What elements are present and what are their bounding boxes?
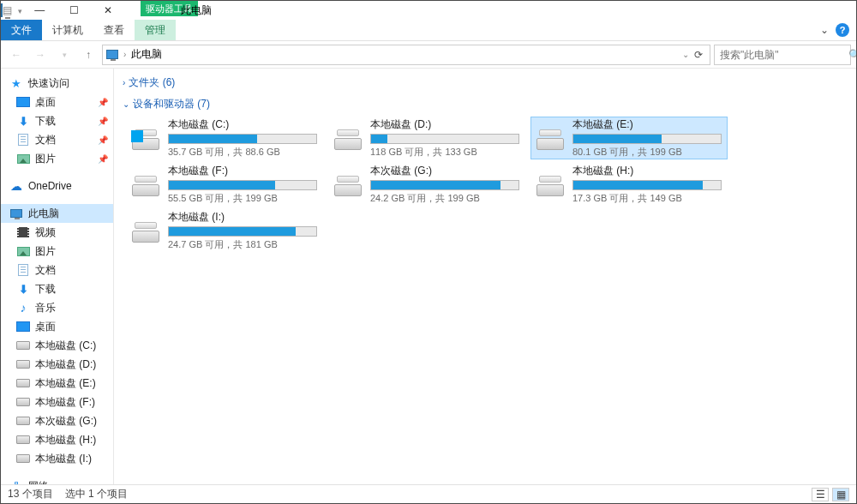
tab-view[interactable]: 查看 (93, 20, 135, 40)
sidebar-item-label: 音乐 (35, 301, 56, 315)
drive-item[interactable]: 本地磁盘 (E:)80.1 GB 可用，共 199 GB (530, 117, 728, 159)
sidebar-quick-access[interactable]: ★ 快速访问 (1, 74, 113, 93)
sidebar-item-label: 本地磁盘 (D:) (35, 357, 96, 372)
cloud-icon: ☁ (9, 179, 23, 193)
drive-item[interactable]: 本次磁盘 (G:)24.2 GB 可用，共 199 GB (328, 163, 525, 206)
search-input[interactable] (720, 49, 848, 61)
drive-name: 本地磁盘 (I:) (168, 210, 317, 225)
sidebar-item[interactable]: ⬇下载📌 (1, 111, 113, 130)
nav-back-button[interactable]: ← (6, 45, 27, 65)
drive-icon (132, 172, 159, 196)
drive-item[interactable]: 本地磁盘 (H:)17.3 GB 可用，共 149 GB (530, 163, 728, 206)
drive-usage-bar (370, 180, 519, 190)
disk-icon (16, 433, 30, 447)
address-dropdown-icon[interactable]: ⌄ (682, 50, 689, 59)
sidebar-item[interactable]: ♪音乐 (1, 298, 113, 317)
drive-subtext: 35.7 GB 可用，共 88.6 GB (168, 146, 317, 159)
drive-icon (132, 219, 159, 243)
chevron-right-icon[interactable]: › (123, 50, 126, 59)
sidebar-item[interactable]: 文档📌 (1, 130, 113, 149)
drive-info: 本次磁盘 (G:)24.2 GB 可用，共 199 GB (370, 164, 519, 205)
chevron-down-icon: ⌄ (123, 99, 129, 109)
sidebar-item[interactable]: 图片 (1, 242, 113, 261)
sidebar-item-label: 本地磁盘 (I:) (35, 452, 92, 466)
sidebar-item[interactable]: 本次磁盘 (G:) (1, 411, 113, 430)
sidebar-item[interactable]: 桌面 (1, 317, 113, 336)
drive-item[interactable]: 本地磁盘 (F:)55.5 GB 可用，共 199 GB (126, 163, 323, 206)
sidebar-onedrive[interactable]: ☁ OneDrive (1, 177, 113, 195)
group-label: 设备和驱动器 (7) (133, 97, 210, 111)
dl-icon: ⬇ (16, 282, 30, 296)
sidebar-item[interactable]: 本地磁盘 (D:) (1, 355, 113, 374)
maximize-button[interactable]: ☐ (57, 1, 91, 20)
drive-icon (536, 126, 564, 150)
sidebar-item-label: 文档 (35, 263, 56, 278)
sidebar-item[interactable]: 本地磁盘 (C:) (1, 336, 113, 355)
drive-subtext: 24.2 GB 可用，共 199 GB (370, 192, 519, 205)
view-details-button[interactable]: ☰ (812, 488, 829, 501)
app-icon (1, 3, 3, 17)
minimize-button[interactable]: — (22, 1, 57, 20)
drive-usage-bar (370, 134, 519, 144)
tab-manage[interactable]: 管理 (135, 20, 176, 40)
drive-item[interactable]: 本地磁盘 (D:)118 GB 可用，共 133 GB (328, 117, 525, 159)
sidebar-item[interactable]: 本地磁盘 (F:) (1, 393, 113, 411)
sidebar-item-label: 本地磁盘 (F:) (35, 395, 95, 410)
qat-item[interactable]: ▤ (3, 4, 12, 16)
sidebar-this-pc[interactable]: 此电脑 (1, 204, 113, 223)
sidebar-item-label: 本地磁盘 (C:) (35, 339, 96, 353)
search-icon[interactable]: 🔍 (848, 49, 857, 61)
address-box[interactable]: › 此电脑 ⌄ ⟳ (102, 45, 710, 65)
drive-name: 本地磁盘 (F:) (168, 164, 317, 178)
music-icon: ♪ (16, 301, 30, 315)
sidebar-item-label: 本地磁盘 (H:) (35, 433, 96, 447)
group-folders[interactable]: › 文件夹 (6) (117, 72, 849, 93)
sidebar-item-label: 本地磁盘 (E:) (35, 376, 96, 391)
search-box[interactable]: 🔍 (714, 45, 851, 65)
drive-info: 本地磁盘 (E:)80.1 GB 可用，共 199 GB (572, 117, 722, 159)
refresh-button[interactable]: ⟳ (691, 49, 706, 61)
status-bar: 13 个项目 选中 1 个项目 ☰ ▦ (1, 484, 856, 503)
sidebar-item[interactable]: ⬇下载 (1, 279, 113, 298)
location-icon (106, 50, 118, 59)
group-drives[interactable]: ⌄ 设备和驱动器 (7) (117, 93, 849, 115)
sidebar-network[interactable]: 🖧 网络 (1, 477, 113, 484)
pin-icon: 📌 (98, 154, 108, 164)
drive-info: 本地磁盘 (I:)24.7 GB 可用，共 181 GB (168, 210, 317, 251)
drive-item[interactable]: 本地磁盘 (I:)24.7 GB 可用，共 181 GB (126, 209, 323, 252)
pin-icon: 📌 (98, 117, 108, 126)
doc-icon (16, 263, 30, 277)
drive-usage-bar (572, 180, 722, 190)
pic-icon (16, 152, 30, 165)
drive-info: 本地磁盘 (H:)17.3 GB 可用，共 149 GB (572, 164, 722, 205)
drive-icon (334, 172, 362, 196)
sidebar-item[interactable]: 本地磁盘 (H:) (1, 430, 113, 449)
nav-forward-button[interactable]: → (30, 45, 51, 65)
drive-name: 本地磁盘 (C:) (168, 117, 317, 132)
view-tiles-button[interactable]: ▦ (832, 488, 849, 501)
ribbon-expand-icon[interactable]: ⌄ (820, 24, 829, 36)
window-title: 此电脑 (181, 3, 212, 18)
address-bar: ← → ▾ ↑ › 此电脑 ⌄ ⟳ 🔍 (1, 41, 856, 69)
tab-computer[interactable]: 计算机 (42, 20, 93, 40)
sidebar-item[interactable]: 图片📌 (1, 149, 113, 168)
sidebar-item-label: 桌面 (35, 320, 56, 334)
close-button[interactable]: ✕ (91, 1, 125, 20)
content-pane: › 文件夹 (6) ⌄ 设备和驱动器 (7) 本地磁盘 (C:)35.7 GB … (114, 69, 856, 484)
sidebar-item-label: 图片 (35, 244, 56, 259)
drive-subtext: 80.1 GB 可用，共 199 GB (572, 146, 722, 159)
sidebar-item[interactable]: 桌面📌 (1, 93, 113, 111)
breadcrumb-item[interactable]: 此电脑 (131, 47, 162, 62)
sidebar-label: 此电脑 (28, 207, 59, 221)
sidebar-item[interactable]: 视频 (1, 223, 113, 242)
sidebar-item[interactable]: 文档 (1, 261, 113, 279)
drive-subtext: 17.3 GB 可用，共 149 GB (572, 192, 722, 205)
sidebar-item[interactable]: 本地磁盘 (I:) (1, 449, 113, 468)
drive-item[interactable]: 本地磁盘 (C:)35.7 GB 可用，共 88.6 GB (126, 117, 323, 159)
drive-icon (334, 126, 362, 150)
tab-file[interactable]: 文件 (1, 20, 42, 40)
sidebar-item[interactable]: 本地磁盘 (E:) (1, 374, 113, 393)
help-icon[interactable]: ? (836, 23, 849, 37)
nav-recent-button[interactable]: ▾ (54, 45, 75, 65)
nav-up-button[interactable]: ↑ (78, 45, 99, 65)
